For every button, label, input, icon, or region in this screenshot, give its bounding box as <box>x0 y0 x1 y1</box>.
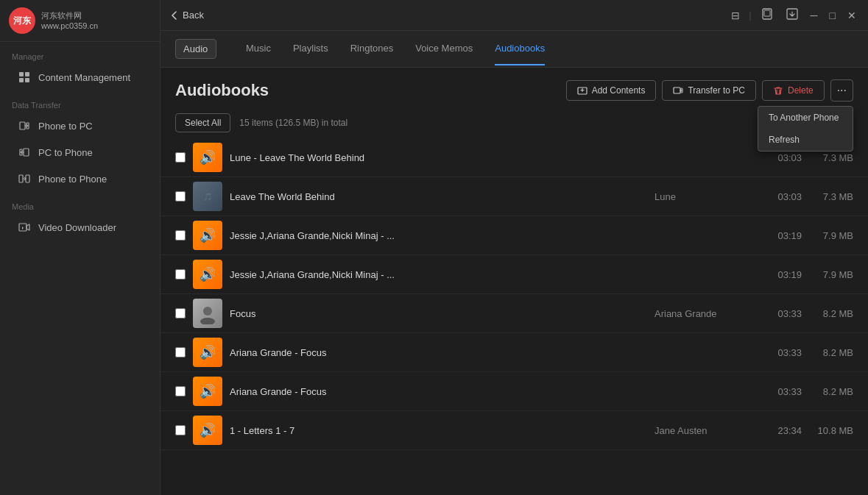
items-count: 15 items (126.5 MB) in total <box>239 118 347 128</box>
phone-to-pc-icon <box>18 119 31 132</box>
track-duration: 03:03 <box>758 152 802 163</box>
svg-rect-2 <box>19 78 24 82</box>
track-duration: 03:19 <box>758 230 802 241</box>
track-name: Leave The World Behind <box>230 191 654 202</box>
track-name: Jessie J,Ariana Grande,Nicki Minaj - ... <box>230 269 654 280</box>
dropdown-item-refresh[interactable]: Refresh <box>758 129 853 151</box>
table-row[interactable]: 🔊 1 - Letters 1 - 7 Jane Austen 23:34 10… <box>160 411 868 450</box>
track-size: 8.2 MB <box>802 386 853 397</box>
table-row[interactable]: 🎵 Leave The World Behind Lune 03:03 7.3 … <box>160 177 868 216</box>
maximize-button[interactable]: □ <box>827 7 839 24</box>
tab-playlists[interactable]: Playlists <box>293 32 328 65</box>
svg-rect-8 <box>19 175 23 182</box>
svg-point-18 <box>200 318 215 324</box>
delete-button[interactable]: Delete <box>762 80 825 101</box>
more-button[interactable]: ··· <box>830 79 853 102</box>
content-header: Audiobooks Add Contents Transfer to P <box>160 68 868 113</box>
track-info: 1 - Letters 1 - 7 Jane Austen 23:34 10.8… <box>230 425 853 436</box>
grid-icon <box>18 71 31 84</box>
track-duration: 23:34 <box>758 425 802 436</box>
layout-icon[interactable]: ⊟ <box>728 7 743 24</box>
svg-rect-12 <box>764 10 770 16</box>
content-management-label: Content Management <box>38 72 130 83</box>
video-downloader-icon <box>18 221 31 234</box>
window-controls: ⊟ | ─ □ ✕ <box>728 4 859 26</box>
svg-point-17 <box>203 307 212 316</box>
svg-rect-1 <box>25 72 29 76</box>
transfer-to-pc-button[interactable]: Transfer to PC <box>662 80 756 101</box>
table-row[interactable]: 🔊 Jessie J,Ariana Grande,Nicki Minaj - .… <box>160 216 868 255</box>
track-info: Ariana Grande - Focus 03:33 8.2 MB <box>230 347 853 358</box>
table-row[interactable]: 🔊 Jessie J,Ariana Grande,Nicki Minaj - .… <box>160 255 868 294</box>
section-label-manager: Manager <box>0 42 160 64</box>
transfer-to-pc-label: Transfer to PC <box>688 85 745 96</box>
track-duration: 03:33 <box>758 308 802 319</box>
export-icon[interactable] <box>783 4 802 26</box>
track-name: Ariana Grande - Focus <box>230 347 654 358</box>
track-artist: Jane Austen <box>654 425 758 436</box>
row-checkbox[interactable] <box>175 386 186 396</box>
table-row[interactable]: Focus Ariana Grande 03:33 8.2 MB <box>160 294 868 333</box>
track-thumbnail: 🔊 <box>193 143 222 172</box>
track-info: Leave The World Behind Lune 03:03 7.3 MB <box>230 191 853 202</box>
phone-icon[interactable] <box>758 4 777 26</box>
track-size: 7.3 MB <box>802 191 853 202</box>
track-thumbnail <box>193 299 222 328</box>
tab-bar: Audio Music Playlists Ringtones Voice Me… <box>160 31 868 68</box>
select-all-button[interactable]: Select All <box>175 113 230 132</box>
back-button[interactable]: Back <box>169 10 204 21</box>
track-size: 7.3 MB <box>802 152 853 163</box>
track-thumbnail: 🔊 <box>193 416 222 445</box>
sidebar-item-video-downloader[interactable]: Video Downloader <box>6 215 154 240</box>
track-info: Focus Ariana Grande 03:33 8.2 MB <box>230 308 853 319</box>
track-size: 7.9 MB <box>802 269 853 280</box>
table-row[interactable]: 🔊 Ariana Grande - Focus 03:33 8.2 MB <box>160 372 868 411</box>
tab-voice-memos[interactable]: Voice Memos <box>415 32 473 65</box>
tab-audiobooks[interactable]: Audiobooks <box>495 32 545 65</box>
row-checkbox[interactable] <box>175 152 186 163</box>
track-size: 7.9 MB <box>802 230 853 241</box>
logo-icon: 河东 <box>9 7 35 34</box>
pc-to-phone-icon <box>18 146 31 159</box>
svg-rect-9 <box>26 175 29 182</box>
video-downloader-label: Video Downloader <box>38 222 116 233</box>
section-label-media: Media <box>0 192 160 214</box>
svg-rect-3 <box>25 78 29 82</box>
svg-rect-0 <box>19 72 24 76</box>
minimize-button[interactable]: ─ <box>808 7 821 24</box>
sidebar-item-pc-to-phone[interactable]: PC to Phone <box>6 140 154 165</box>
row-checkbox[interactable] <box>175 230 186 241</box>
tab-music[interactable]: Music <box>246 32 271 65</box>
row-checkbox[interactable] <box>175 269 186 279</box>
add-contents-button[interactable]: Add Contents <box>566 80 657 101</box>
content-area: Audiobooks Add Contents Transfer to P <box>160 68 868 495</box>
track-size: 10.8 MB <box>802 425 853 436</box>
sidebar-item-content-management[interactable]: Content Management <box>6 65 154 90</box>
svg-rect-4 <box>20 122 25 129</box>
phone-to-phone-label: Phone to Phone <box>38 174 107 185</box>
track-name: Ariana Grande - Focus <box>230 386 654 397</box>
sidebar-item-phone-to-pc[interactable]: Phone to PC <box>6 113 154 138</box>
table-row[interactable]: 🔊 Ariana Grande - Focus 03:33 8.2 MB <box>160 333 868 372</box>
row-checkbox[interactable] <box>175 308 186 318</box>
audio-select[interactable]: Audio <box>175 39 216 59</box>
dropdown-menu: To Another Phone Refresh <box>758 106 853 152</box>
track-thumbnail: 🔊 <box>193 377 222 406</box>
back-label: Back <box>183 10 204 21</box>
section-label-data-transfer: Data Transfer <box>0 90 160 113</box>
sidebar-item-phone-to-phone[interactable]: Phone to Phone <box>6 166 154 191</box>
row-checkbox[interactable] <box>175 425 186 435</box>
track-info: Jessie J,Ariana Grande,Nicki Minaj - ...… <box>230 269 853 280</box>
phone-to-phone-icon <box>18 172 31 185</box>
track-artist: Lune <box>654 191 758 202</box>
track-duration: 03:19 <box>758 269 802 280</box>
tab-ringtones[interactable]: Ringtones <box>350 32 394 65</box>
main-area: Back ⊟ | ─ □ ✕ Audio <box>160 0 868 495</box>
track-thumbnail: 🔊 <box>193 260 222 289</box>
svg-rect-15 <box>674 88 680 93</box>
row-checkbox[interactable] <box>175 347 186 357</box>
dropdown-item-to-another-phone[interactable]: To Another Phone <box>758 107 853 129</box>
track-duration: 03:33 <box>758 386 802 397</box>
close-button[interactable]: ✕ <box>844 7 859 24</box>
row-checkbox[interactable] <box>175 191 186 202</box>
